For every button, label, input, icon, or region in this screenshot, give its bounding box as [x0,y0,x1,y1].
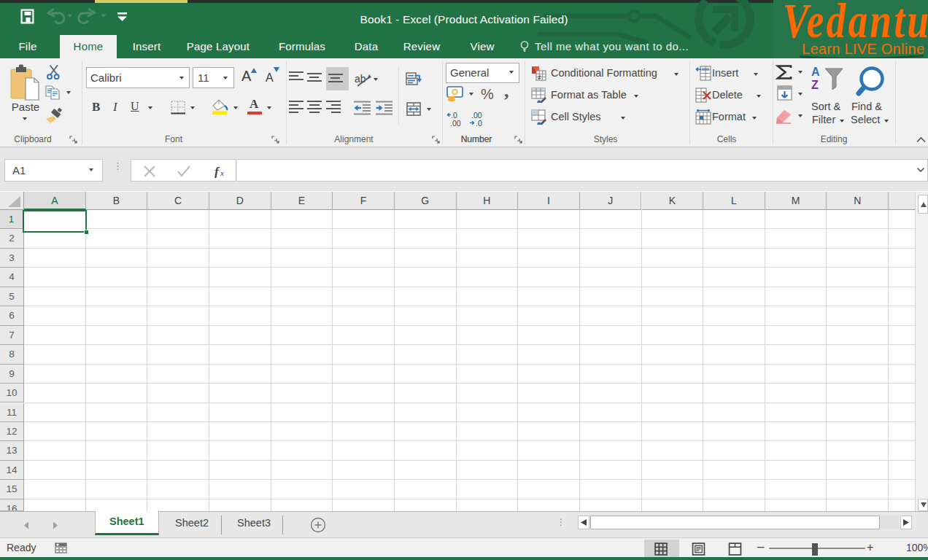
svg-text:.0: .0 [476,119,482,127]
svg-text:≠: ≠ [538,74,541,81]
svg-text:ab: ab [355,73,366,85]
svg-text:x: x [220,168,224,177]
svg-text:.00: .00 [450,119,461,127]
svg-text:f: f [214,165,220,178]
